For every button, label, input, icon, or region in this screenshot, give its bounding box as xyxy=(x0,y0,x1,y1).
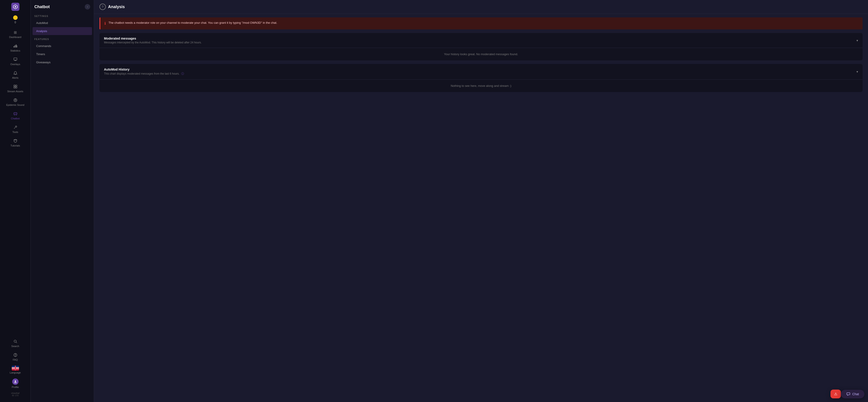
svg-rect-11 xyxy=(14,87,15,88)
epidemic-sound-icon xyxy=(13,98,18,103)
settings-section-label: SETTINGS xyxy=(31,12,94,19)
card-body-moderated: Your history looks great. No moderated m… xyxy=(99,48,863,60)
sidebar-item-statistics[interactable]: Statistics xyxy=(0,41,31,54)
sidebar-item-label: Overlays xyxy=(10,63,20,66)
features-section: FEATURES Commands Timers Giveaways xyxy=(31,35,94,66)
svg-point-14 xyxy=(15,99,16,101)
sidebar-item-label: Statistics xyxy=(10,49,20,52)
svg-point-25 xyxy=(15,380,16,382)
language-label: Language xyxy=(10,371,21,374)
collapse-button[interactable]: ‹ xyxy=(85,4,90,9)
sidebar-item-stream-assets[interactable]: Stream Assets xyxy=(0,82,31,95)
card-title-moderated: Moderated messages xyxy=(104,37,202,40)
svg-rect-5 xyxy=(17,45,17,48)
search-icon xyxy=(13,339,18,344)
sidebar-item-chatbot[interactable]: Chatbot xyxy=(0,109,31,122)
warning-text: The chatbot needs a moderator role on yo… xyxy=(108,21,277,25)
sidebar-bottom: Search FAQ Language xyxy=(0,337,31,399)
warning-float-button[interactable]: ⚠ xyxy=(831,390,841,398)
sidebar-item-tools[interactable]: Tools xyxy=(0,123,31,136)
flag-icon xyxy=(12,366,19,371)
svg-rect-12 xyxy=(16,87,17,88)
faq-icon xyxy=(13,352,18,358)
menu-item-giveaways[interactable]: Giveaways xyxy=(33,58,92,66)
sidebar-item-search[interactable]: Search xyxy=(0,337,31,350)
tools-icon xyxy=(13,125,18,130)
card-subtitle-automod: This chart displays moderated messages f… xyxy=(104,72,184,76)
features-section-label: FEATURES xyxy=(31,35,94,42)
app-logo[interactable] xyxy=(11,3,20,11)
middle-panel: Chatbot ‹ SETTINGS AutoMod Analysis FEAT… xyxy=(31,0,94,402)
sidebar-nav: ⊞ Dashboard Statistics xyxy=(0,28,31,337)
sidebar-item-label: Epidemic Sound xyxy=(6,103,24,106)
svg-point-20 xyxy=(16,126,17,127)
sidebar-item-profile[interactable]: Profile xyxy=(0,376,31,391)
alerts-icon xyxy=(13,70,18,75)
profile-avatar xyxy=(12,378,19,385)
menu-item-commands[interactable]: Commands xyxy=(33,42,92,50)
sidebar-item-label: Alerts xyxy=(12,76,18,79)
moderated-messages-card: Moderated messages Messages intercepted … xyxy=(99,33,863,60)
tutorials-icon xyxy=(13,138,18,143)
card-subtitle-moderated: Messages intercepted by the AutoMod. Thi… xyxy=(104,41,202,44)
sidebar-item-language[interactable]: Language xyxy=(0,364,31,376)
menu-item-timers[interactable]: Timers xyxy=(33,50,92,58)
page-title: Analysis xyxy=(108,4,125,9)
chevron-up-icon: ▾ xyxy=(857,39,858,42)
automod-label: AutoMod xyxy=(36,21,48,25)
svg-rect-6 xyxy=(14,58,17,60)
sidebar-item-dashboard[interactable]: ⊞ Dashboard xyxy=(0,28,31,41)
empty-message-automod: Nothing to see here, move along and stre… xyxy=(451,84,511,88)
chat-icon xyxy=(846,392,850,396)
stream-dot xyxy=(13,16,18,20)
overlays-icon xyxy=(13,57,18,62)
statistics-icon xyxy=(13,43,18,49)
settings-section: SETTINGS AutoMod Analysis xyxy=(31,12,94,35)
card-body-automod: Nothing to see here, move along and stre… xyxy=(99,80,863,92)
sidebar-item-label: Tutorials xyxy=(11,144,20,147)
chevron-up-icon: ▾ xyxy=(857,70,858,73)
sidebar: 0 ⊞ Dashboard Statistics xyxy=(0,0,31,402)
automod-history-card: AutoMod History This chart displays mode… xyxy=(99,64,863,92)
svg-line-22 xyxy=(16,342,17,343)
chat-button[interactable]: Chat xyxy=(841,390,864,398)
timers-label: Timers xyxy=(36,53,45,56)
svg-rect-9 xyxy=(14,85,15,86)
card-header-moderated[interactable]: Moderated messages Messages intercepted … xyxy=(99,33,863,48)
giveaways-label: Giveaways xyxy=(36,61,51,64)
profile-label: Profile xyxy=(12,386,19,389)
sidebar-item-faq[interactable]: FAQ xyxy=(0,350,31,363)
main-content: ? Analysis ℹ The chatbot needs a moderat… xyxy=(94,0,868,402)
page-header: ? Analysis xyxy=(94,0,868,14)
chat-label: Chat xyxy=(852,392,859,396)
sidebar-item-label: Chatbot xyxy=(11,117,20,120)
user-version: v54a35af ID: 172 xyxy=(10,391,20,398)
card-title-automod: AutoMod History xyxy=(104,68,184,71)
svg-point-24 xyxy=(15,355,16,356)
warning-banner: ℹ The chatbot needs a moderator role on … xyxy=(99,18,863,29)
dashboard-icon: ⊞ xyxy=(13,30,18,35)
svg-rect-10 xyxy=(16,85,17,86)
stream-assets-icon xyxy=(13,84,18,89)
stream-indicator: 0 xyxy=(13,16,18,24)
chatbot-icon xyxy=(13,111,18,116)
help-icon[interactable]: ⓘ xyxy=(181,72,184,75)
svg-rect-4 xyxy=(16,44,17,48)
commands-label: Commands xyxy=(36,44,51,48)
sidebar-item-tutorials[interactable]: Tutorials xyxy=(0,136,31,149)
sidebar-item-label: Search xyxy=(11,345,19,347)
sidebar-item-label: Dashboard xyxy=(9,36,22,38)
sidebar-item-epidemic-sound[interactable]: Epidemic Sound xyxy=(0,95,31,109)
panel-title: Chatbot xyxy=(34,4,50,9)
middle-header: Chatbot ‹ xyxy=(31,0,94,12)
menu-item-analysis[interactable]: Analysis xyxy=(33,27,92,35)
menu-item-automod[interactable]: AutoMod xyxy=(33,19,92,27)
content-area: Moderated messages Messages intercepted … xyxy=(94,33,868,97)
card-header-automod[interactable]: AutoMod History This chart displays mode… xyxy=(99,64,863,80)
sidebar-item-overlays[interactable]: Overlays xyxy=(0,55,31,68)
sidebar-item-label: Stream Assets xyxy=(7,90,23,93)
analysis-label: Analysis xyxy=(36,29,47,33)
empty-message-moderated: Your history looks great. No moderated m… xyxy=(444,53,518,56)
page-header-icon: ? xyxy=(99,4,106,10)
sidebar-item-alerts[interactable]: Alerts xyxy=(0,68,31,82)
